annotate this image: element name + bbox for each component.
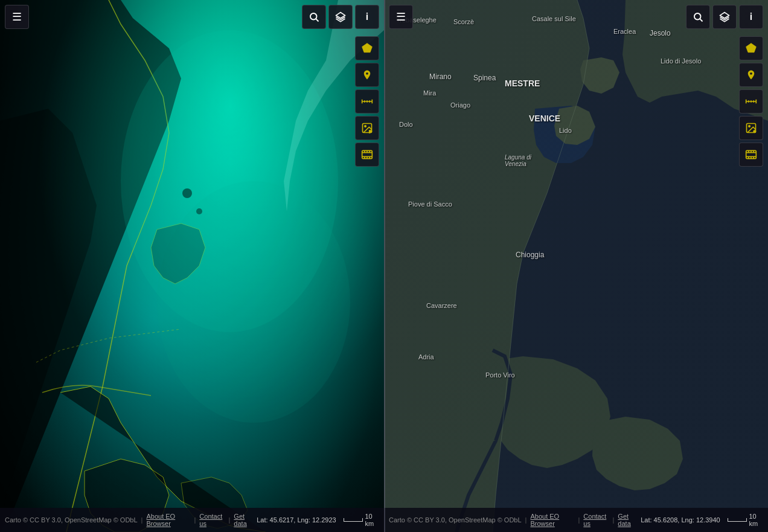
left-side-toolbar: ! [355, 36, 379, 167]
left-pin-button[interactable] [355, 63, 379, 87]
svg-point-30 [753, 130, 756, 133]
svg-point-5 [310, 13, 317, 20]
left-search-button[interactable] [302, 5, 326, 29]
svg-marker-8 [362, 43, 373, 53]
left-map-overlay [0, 0, 384, 532]
left-scale-label: 10 km [365, 513, 380, 527]
left-toolbar-top: i [302, 5, 379, 29]
right-menu-icon: ☰ [396, 10, 406, 24]
right-coords: Lat: 45.6208, Lng: 12.3940 [641, 516, 720, 524]
map-divider [384, 0, 385, 532]
left-about-link[interactable]: About EO Browser [146, 513, 190, 527]
left-polygon-button[interactable] [355, 36, 379, 60]
left-measure-button[interactable] [355, 89, 379, 114]
left-attribution: Carto © CC BY 3.0, OpenStreetMap © ODbL [5, 516, 138, 524]
right-attribution: Carto © CC BY 3.0, OpenStreetMap © ODbL [389, 516, 522, 524]
right-data-link[interactable]: Get data [618, 513, 638, 527]
left-bottom-bar: Carto © CC BY 3.0, OpenStreetMap © ODbL … [0, 508, 384, 532]
right-side-toolbar [739, 36, 763, 167]
right-film-button[interactable] [739, 143, 763, 167]
left-image-button[interactable]: ! [355, 116, 379, 140]
right-measure-button[interactable] [739, 89, 763, 114]
right-map-overlay [384, 0, 768, 532]
right-polygon-button[interactable] [739, 36, 763, 60]
left-scale-line [344, 518, 363, 522]
right-map-panel: Trebaseleghe Scorzè Casale sul Sile Jeso… [384, 0, 768, 532]
left-contact-link[interactable]: Contact us [199, 513, 225, 527]
left-scale-bar: 10 km [344, 513, 379, 527]
svg-line-6 [316, 19, 318, 21]
svg-marker-27 [746, 43, 757, 53]
svg-point-10 [365, 126, 366, 127]
right-bottom-bar: Carto © CC BY 3.0, OpenStreetMap © ODbL … [384, 508, 768, 532]
right-contact-link[interactable]: Contact us [583, 513, 609, 527]
svg-line-25 [700, 19, 702, 21]
svg-point-29 [749, 126, 750, 127]
right-search-button[interactable] [686, 5, 710, 29]
right-toolbar-top: i [686, 5, 763, 29]
left-layers-button[interactable] [328, 5, 353, 29]
left-menu-icon: ☰ [12, 10, 22, 24]
right-scale-bar: 10 km [728, 513, 763, 527]
svg-rect-4 [0, 0, 384, 532]
right-scale-line [728, 518, 747, 522]
left-film-button[interactable] [355, 143, 379, 167]
right-menu-button[interactable]: ☰ [389, 5, 413, 29]
right-scale-label: 10 km [749, 513, 764, 527]
svg-point-24 [694, 13, 701, 20]
left-coords: Lat: 45.6217, Lng: 12.2923 [257, 516, 336, 524]
left-info-button[interactable]: i [355, 5, 379, 29]
left-menu-button[interactable]: ☰ [5, 5, 29, 29]
right-image-button[interactable] [739, 116, 763, 140]
right-about-link[interactable]: About EO Browser [530, 513, 574, 527]
right-pin-button[interactable] [739, 63, 763, 87]
right-info-button[interactable]: i [739, 5, 763, 29]
left-data-link[interactable]: Get data [234, 513, 254, 527]
main-container: ☰ i [0, 0, 768, 532]
right-layers-button[interactable] [712, 5, 737, 29]
left-map-panel: ☰ i [0, 0, 384, 532]
svg-rect-23 [384, 0, 768, 532]
